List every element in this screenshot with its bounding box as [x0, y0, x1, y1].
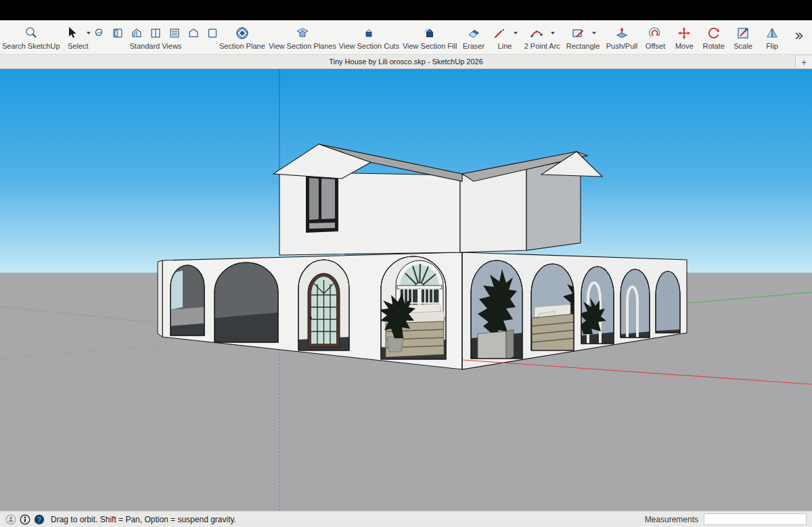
measurements-area: Measurements	[645, 513, 807, 525]
tool-label: Standard Views	[130, 42, 182, 50]
arch2-interior	[213, 261, 279, 344]
toolbar: Search SketchUp Select Standard Views Se…	[0, 20, 812, 55]
rotate-icon	[706, 26, 721, 41]
dropdown-caret-icon[interactable]	[514, 32, 518, 35]
status-bar: ? Drag to orbit. Shift = Pan, Option = s…	[0, 511, 812, 527]
tool-label: Eraser	[463, 42, 484, 50]
upper-window	[306, 173, 338, 233]
search-icon	[24, 26, 39, 41]
tool-scale[interactable]: Scale	[734, 24, 752, 50]
geolocation-icon[interactable]	[5, 514, 16, 525]
line-icon	[492, 26, 507, 41]
select-icon	[65, 26, 80, 41]
tool-view-section-planes[interactable]: View Section Planes	[273, 24, 332, 50]
tool-label: View Section Fill	[403, 42, 457, 50]
tool-label: Flip	[766, 42, 778, 50]
concrete-planter	[478, 329, 514, 361]
tool-rectangle[interactable]: Rectangle	[568, 24, 598, 50]
sv-right-icon[interactable]	[149, 26, 162, 40]
toolbar-overflow-button[interactable]	[792, 29, 807, 45]
viewport-3d-canvas[interactable]	[0, 69, 812, 511]
viewport-3d[interactable]	[0, 69, 812, 511]
tool-label: Offset	[646, 42, 665, 50]
tool-section-plane[interactable]: Section Plane	[222, 24, 263, 50]
tool-search-sketchup[interactable]: Search SketchUp	[5, 24, 57, 50]
measurements-label: Measurements	[645, 515, 698, 524]
tool-label: Search SketchUp	[2, 42, 60, 50]
view-section-fill-icon	[422, 26, 437, 41]
status-hint-text: Drag to orbit. Shift = Pan, Option = sus…	[51, 515, 236, 524]
tool-flip[interactable]: Flip	[763, 24, 782, 50]
tool-view-section-cuts[interactable]: View Section Cuts	[342, 24, 396, 50]
tool-label: View Section Planes	[269, 42, 336, 50]
upper-front-right-wall	[460, 169, 526, 252]
offset-icon	[648, 26, 662, 41]
arch5-interior	[470, 259, 525, 362]
tool-label: Section Plane	[219, 42, 265, 50]
door-handle	[309, 317, 312, 319]
tool-label: Select	[68, 42, 89, 50]
dropdown-caret-icon[interactable]	[87, 32, 91, 35]
measurements-input[interactable]	[704, 513, 807, 525]
arch3-interior	[297, 258, 351, 353]
move-icon	[677, 26, 692, 41]
scale-icon	[736, 26, 750, 41]
tool-label: Rotate	[703, 42, 725, 50]
sv-iso-icon[interactable]	[92, 26, 106, 40]
sv-left-icon[interactable]	[187, 26, 200, 40]
tool-label: Push/Pull	[606, 42, 637, 50]
view-section-planes-icon	[295, 26, 310, 41]
rectangle-icon	[570, 26, 585, 41]
front-door	[308, 273, 340, 347]
view-section-cuts-icon	[361, 26, 376, 41]
dropdown-caret-icon[interactable]	[592, 32, 596, 35]
tool-eraser[interactable]: Eraser	[464, 24, 484, 50]
tool-label: Scale	[734, 42, 752, 50]
arcade-left-end-cap	[158, 260, 162, 337]
eraser-icon	[466, 26, 481, 41]
tool-view-section-fill[interactable]: View Section Fill	[406, 24, 454, 50]
tool-push-pull[interactable]: Push/Pull	[608, 24, 635, 50]
section-plane-icon	[235, 26, 250, 41]
svg-text:?: ?	[37, 515, 41, 523]
flip-icon	[765, 26, 780, 41]
outdoor-sofa-right	[532, 304, 574, 354]
info-icon[interactable]	[20, 514, 30, 525]
tool-label: View Section Cuts	[339, 42, 399, 50]
help-icon[interactable]: ?	[34, 514, 45, 525]
tool-move[interactable]: Move	[675, 24, 694, 50]
menu-bar	[0, 0, 812, 20]
tool-offset[interactable]: Offset	[646, 24, 664, 50]
sv-back-icon[interactable]	[168, 26, 181, 40]
tool-rotate[interactable]: Rotate	[704, 24, 723, 50]
push-pull-icon	[614, 26, 629, 41]
tool-label: Rectangle	[566, 42, 600, 50]
tool-label: 2 Point Arc	[524, 42, 560, 50]
tool-line[interactable]: Line	[493, 24, 516, 50]
tool-select[interactable]: Select	[67, 24, 90, 50]
sv-front-icon[interactable]	[130, 26, 143, 40]
arch4-interior	[376, 255, 447, 362]
two-point-arc-icon	[529, 26, 544, 41]
sv-top-icon[interactable]	[111, 26, 125, 40]
new-tab-button[interactable]: +	[795, 55, 812, 68]
tool-2-point-arc[interactable]: 2 Point Arc	[526, 24, 558, 50]
tool-label: Line	[498, 42, 512, 50]
sv-bottom-icon[interactable]	[206, 26, 219, 40]
tab-bar: Tiny House by Lili orosco.skp - SketchUp…	[0, 55, 812, 69]
dropdown-caret-icon[interactable]	[551, 32, 555, 35]
tool-standard-views[interactable]: Standard Views	[99, 24, 212, 50]
tool-label: Move	[675, 42, 694, 50]
document-tab-title[interactable]: Tiny House by Lili orosco.skp - SketchUp…	[329, 58, 483, 66]
